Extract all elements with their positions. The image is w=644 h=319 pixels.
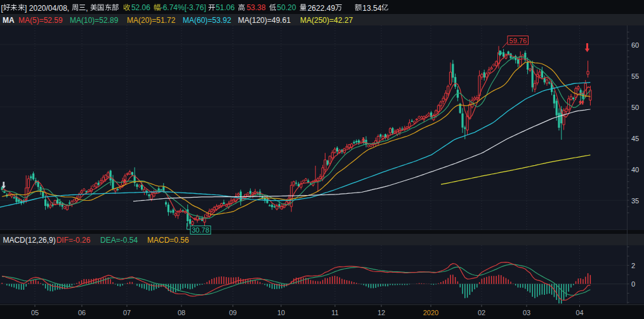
svg-text:60: 60: [631, 41, 639, 49]
svg-text:05: 05: [31, 309, 39, 316]
svg-text:30.78: 30.78: [192, 226, 209, 234]
svg-text:09: 09: [229, 309, 237, 316]
svg-text:07: 07: [123, 309, 131, 316]
svg-text:10: 10: [277, 309, 285, 316]
svg-text:03: 03: [523, 309, 530, 316]
svg-text:2: 2: [631, 262, 635, 269]
svg-text:11: 11: [331, 309, 338, 316]
svg-text:50: 50: [631, 104, 639, 111]
svg-text:45: 45: [631, 135, 639, 142]
svg-text:35: 35: [631, 197, 639, 205]
svg-text:0: 0: [631, 280, 635, 288]
svg-text:02: 02: [478, 309, 485, 316]
svg-text:59.76: 59.76: [509, 37, 527, 44]
svg-text:2020: 2020: [423, 309, 438, 316]
svg-text:40: 40: [631, 166, 639, 173]
svg-text:04: 04: [575, 309, 583, 316]
svg-text:08: 08: [178, 309, 185, 316]
svg-text:06: 06: [78, 309, 86, 316]
svg-text:12: 12: [378, 309, 385, 316]
svg-text:55: 55: [631, 72, 639, 80]
